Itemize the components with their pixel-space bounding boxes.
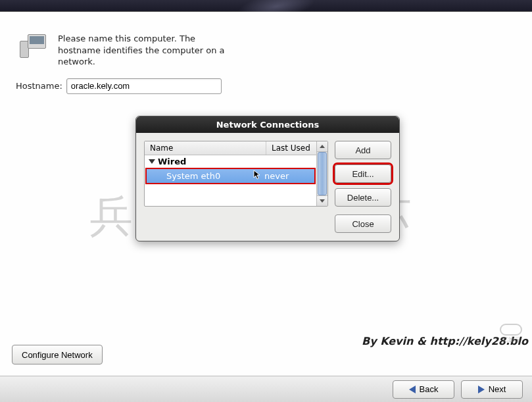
logo-label: 亿速云	[502, 336, 520, 344]
configure-network-button[interactable]: Configure Network	[12, 345, 103, 364]
wizard-nav-bar: Back Next	[0, 376, 532, 402]
next-label: Next	[489, 384, 506, 394]
group-label: Wired	[158, 157, 186, 166]
connection-name: System eth0	[166, 171, 264, 181]
hostname-input[interactable]	[66, 78, 222, 94]
hostname-row: Hostname:	[16, 78, 519, 94]
next-button[interactable]: Next	[461, 380, 523, 399]
edit-button[interactable]: Edit...	[335, 164, 391, 183]
dialog-side-buttons: Add Edit... Delete...	[335, 141, 391, 207]
arrow-left-icon	[409, 386, 416, 393]
dialog-title: Network Connections	[136, 116, 399, 133]
network-connections-dialog: Network Connections Name Last Used Wired	[135, 116, 400, 241]
col-name-header[interactable]: Name	[145, 141, 266, 155]
add-button[interactable]: Add	[335, 141, 391, 159]
connections-list[interactable]: Name Last Used Wired System eth0 never	[144, 141, 328, 207]
back-label: Back	[420, 384, 439, 394]
chevron-down-icon[interactable]	[149, 159, 155, 164]
arrow-right-icon	[478, 386, 485, 393]
group-wired[interactable]: Wired	[145, 155, 316, 168]
col-last-header[interactable]: Last Used	[266, 141, 316, 155]
scroll-up-button[interactable]	[317, 141, 327, 152]
delete-button[interactable]: Delete...	[335, 188, 391, 207]
cursor-icon	[253, 170, 261, 180]
main-content: Please name this computer. The hostname …	[0, 12, 532, 375]
list-header: Name Last Used	[145, 141, 316, 155]
logo-watermark: 亿速云	[493, 324, 529, 345]
close-button[interactable]: Close	[335, 214, 391, 233]
window-titlebar	[0, 0, 532, 12]
scroll-thumb[interactable]	[318, 152, 327, 195]
intro-row: Please name this computer. The hostname …	[20, 33, 519, 68]
back-button[interactable]: Back	[393, 380, 454, 399]
connection-row-selected[interactable]: System eth0 never	[145, 168, 316, 184]
intro-text: Please name this computer. The hostname …	[58, 33, 229, 68]
hostname-label: Hostname:	[16, 81, 62, 91]
scrollbar[interactable]	[316, 141, 327, 206]
scroll-down-button[interactable]	[317, 195, 327, 206]
computer-icon	[20, 33, 49, 59]
connection-last-used: never	[264, 171, 309, 181]
scroll-track[interactable]	[317, 152, 327, 195]
